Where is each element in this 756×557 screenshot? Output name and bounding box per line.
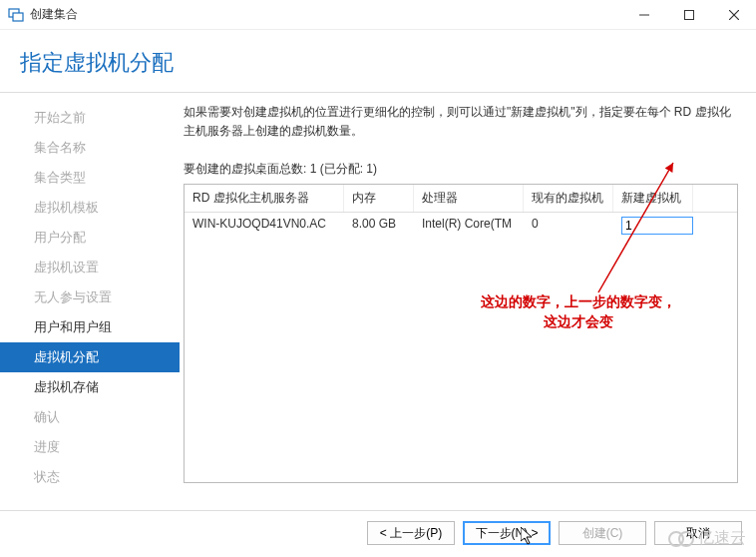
main-panel: 如果需要对创建虚拟机的位置进行更细化的控制，则可以通过"新建虚拟机"列，指定要在… (180, 93, 756, 510)
nav-status[interactable]: 状态 (0, 462, 180, 492)
description-text: 如果需要对创建虚拟机的位置进行更细化的控制，则可以通过"新建虚拟机"列，指定要在… (184, 103, 738, 141)
cell-memory: 8.00 GB (344, 213, 414, 239)
nav-vm-storage[interactable]: 虚拟机存储 (0, 372, 180, 402)
window-title: 创建集合 (30, 6, 621, 23)
col-memory[interactable]: 内存 (344, 185, 414, 212)
nav-vm-template[interactable]: 虚拟机模板 (0, 193, 180, 223)
wizard-footer: < 上一步(P) 下一步(N) > 创建(C) 取消 (0, 510, 756, 555)
nav-before-begin[interactable]: 开始之前 (0, 103, 180, 133)
nav-users-groups[interactable]: 用户和用户组 (0, 312, 180, 342)
svg-rect-3 (684, 10, 693, 19)
sidebar: 开始之前 集合名称 集合类型 虚拟机模板 用户分配 虚拟机设置 无人参与设置 用… (0, 93, 180, 510)
create-button: 创建(C) (559, 521, 646, 545)
total-count-label: 要创建的虚拟桌面总数: 1 (已分配: 1) (184, 161, 738, 178)
nav-collection-type[interactable]: 集合类型 (0, 163, 180, 193)
titlebar: 创建集合 (0, 0, 756, 30)
app-icon (8, 7, 24, 23)
nav-user-assignment[interactable]: 用户分配 (0, 223, 180, 253)
maximize-button[interactable] (666, 0, 711, 30)
cell-cpu: Intel(R) Core(TM (414, 213, 524, 239)
nav-progress[interactable]: 进度 (0, 432, 180, 462)
nav-vm-settings[interactable]: 虚拟机设置 (0, 253, 180, 282)
cell-host: WIN-KUJOQD41VN0.AC (185, 213, 344, 239)
nav-collection-name[interactable]: 集合名称 (0, 133, 180, 163)
col-existing[interactable]: 现有的虚拟机 (524, 185, 613, 212)
col-host[interactable]: RD 虚拟化主机服务器 (185, 185, 344, 212)
svg-rect-1 (13, 13, 23, 21)
table-row[interactable]: WIN-KUJOQD41VN0.AC 8.00 GB Intel(R) Core… (185, 213, 737, 239)
page-heading: 指定虚拟机分配 (0, 30, 756, 93)
vm-allocation-table: RD 虚拟化主机服务器 内存 处理器 现有的虚拟机 新建虚拟机 WIN-KUJO… (184, 184, 738, 483)
col-newvm[interactable]: 新建虚拟机 (613, 185, 693, 212)
nav-confirm[interactable]: 确认 (0, 402, 180, 432)
nav-unattended[interactable]: 无人参与设置 (0, 282, 180, 312)
col-cpu[interactable]: 处理器 (414, 185, 524, 212)
table-header: RD 虚拟化主机服务器 内存 处理器 现有的虚拟机 新建虚拟机 (185, 185, 737, 213)
nav-vm-allocation[interactable]: 虚拟机分配 (0, 342, 180, 372)
next-button[interactable]: 下一步(N) > (463, 521, 551, 545)
cell-existing: 0 (524, 213, 613, 239)
minimize-button[interactable] (621, 0, 666, 30)
close-button[interactable] (711, 0, 756, 30)
cell-newvm (613, 213, 693, 239)
cancel-button[interactable]: 取消 (654, 521, 742, 545)
previous-button[interactable]: < 上一步(P) (367, 521, 455, 545)
wizard-body: 开始之前 集合名称 集合类型 虚拟机模板 用户分配 虚拟机设置 无人参与设置 用… (0, 93, 756, 510)
newvm-input[interactable] (621, 217, 693, 235)
